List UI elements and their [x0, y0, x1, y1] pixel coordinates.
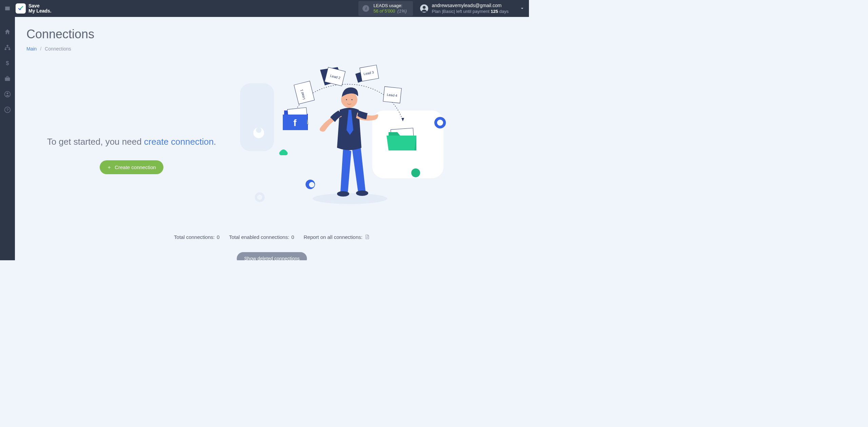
svg-point-27 [356, 190, 368, 196]
total-connections-value: 0 [217, 234, 219, 240]
chevron-down-icon [520, 6, 525, 11]
usage-text: LEADS usage: 56 of 5'000 (1%) [373, 3, 407, 14]
usage-total: 5'000 [384, 8, 395, 14]
svg-point-33 [256, 194, 263, 201]
svg-point-25 [313, 193, 387, 204]
brand-name: Save My Leads. [28, 3, 52, 14]
account-text: andrewsavemyleads@gmail.com Plan |Basic|… [432, 3, 509, 14]
profile-icon[interactable] [4, 91, 11, 98]
stats-row: Total connections: 0 Total enabled conne… [15, 234, 529, 240]
svg-rect-17 [294, 81, 315, 104]
svg-point-26 [337, 191, 349, 197]
breadcrumb-sep: / [40, 46, 41, 52]
svg-rect-4 [8, 48, 10, 50]
usage-used: 56 [373, 8, 378, 14]
breadcrumb-main[interactable]: Main [26, 46, 37, 52]
svg-rect-6 [5, 78, 10, 81]
usage-of: of [380, 8, 383, 14]
plan-days-word: days [499, 9, 509, 14]
cta-post: . [214, 137, 216, 147]
svg-rect-11 [240, 83, 274, 151]
svg-point-29 [346, 99, 347, 100]
total-connections: Total connections: 0 [174, 234, 219, 240]
cta-link[interactable]: create connection [144, 137, 214, 147]
sidebar: $ ? [0, 17, 15, 260]
plan-name: Basic [443, 9, 454, 14]
illustration: f Lead 1 L [237, 65, 529, 207]
enabled-connections: Total enabled connections: 0 [229, 234, 294, 240]
cta-column: To get started, you need create connecti… [26, 65, 237, 207]
account-dropdown-toggle[interactable] [515, 6, 529, 11]
brand-line2: My Leads. [28, 8, 52, 14]
svg-text:?: ? [6, 107, 8, 112]
page-title: Connections [26, 27, 529, 41]
dollar-icon[interactable]: $ [4, 60, 11, 66]
brand-logo[interactable]: Save My Leads. [16, 3, 52, 14]
create-button-label: Create connection [115, 164, 156, 170]
cta-text: To get started, you need create connecti… [47, 136, 216, 148]
svg-point-32 [411, 168, 420, 177]
account-block[interactable]: andrewsavemyleads@gmail.com Plan |Basic|… [420, 3, 509, 14]
cta-pre: To get started, you need [47, 137, 144, 147]
breadcrumb-current: Connections [45, 46, 71, 52]
help-icon[interactable]: ? [4, 106, 11, 113]
hamburger-icon [4, 5, 11, 12]
usage-pct: (1%) [397, 8, 407, 14]
svg-point-30 [351, 99, 352, 100]
menu-toggle[interactable] [0, 0, 15, 17]
total-connections-label: Total connections: [174, 234, 215, 240]
main-content: Connections Main / Connections To get st… [15, 17, 529, 260]
home-icon[interactable] [4, 28, 11, 35]
user-icon [420, 4, 429, 13]
svg-point-1 [422, 6, 426, 9]
svg-text:$: $ [6, 60, 9, 66]
enabled-connections-value: 0 [291, 234, 294, 240]
report-all: Report on all connections: [303, 234, 370, 240]
enabled-connections-label: Total enabled connections: [229, 234, 290, 240]
show-deleted-button[interactable]: Show deleted connections [237, 252, 307, 260]
account-email: andrewsavemyleads@gmail.com [432, 3, 509, 9]
create-connection-button[interactable]: Create connection [100, 160, 163, 174]
document-icon[interactable] [364, 234, 370, 240]
svg-rect-2 [7, 45, 8, 46]
briefcase-icon[interactable] [4, 75, 11, 82]
leads-usage-pill[interactable]: i LEADS usage: 56 of 5'000 (1%) [358, 1, 413, 16]
brand-line1: Save [28, 3, 52, 8]
check-icon [18, 5, 24, 12]
plan-mid: | left until payment [454, 9, 489, 14]
breadcrumb: Main / Connections [26, 46, 529, 52]
usage-label: LEADS usage: [373, 3, 407, 8]
logo-mark [16, 3, 26, 14]
info-icon: i [362, 5, 369, 12]
plan-days-num: 125 [491, 9, 498, 14]
sitemap-icon[interactable] [4, 44, 11, 51]
svg-rect-3 [5, 48, 6, 50]
plan-prefix: Plan | [432, 9, 443, 14]
svg-text:f: f [293, 118, 297, 128]
svg-point-8 [7, 93, 8, 94]
report-label: Report on all connections: [303, 234, 362, 240]
topbar: Save My Leads. i LEADS usage: 56 of 5'00… [0, 0, 529, 17]
plus-icon [107, 165, 111, 169]
